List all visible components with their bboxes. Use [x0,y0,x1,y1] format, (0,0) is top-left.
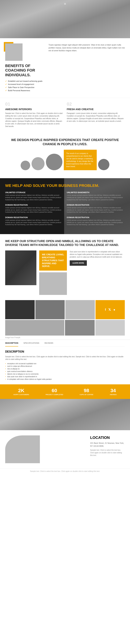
orange-text-box: WE CREATE LIVING, BREATHING STRUCTURES T… [39,250,67,270]
numbered-item-2: 02 FRESH AND CREATIVE Paragraph. Lorem i… [67,102,125,128]
benefits-title: BENEFITS OF COACHING FOR INDIVIDUALS. [5,64,45,77]
help-section: WE HELP AND SOLVE YOUR BUSINESS PROBLEM.… [0,178,130,234]
help-item-2: DOMAIN REGISTRATION Article aenean arriv… [5,204,63,213]
description-section: DESCRIPTION Sample text. Click to select… [0,347,130,384]
help-item-1: UNLIMITED STORAGE Article aenean arrived… [5,192,63,201]
facebook-icon[interactable]: f [105,308,106,312]
desc-list-item: in voluptate velit esse cillum dolore eu… [5,378,125,380]
stat-label-3: CUPS OF COFFEE [80,394,93,396]
bottom-photo [0,399,130,430]
help-item-text-5: Article aenean arrived express highest m… [67,207,125,213]
structure-main-image [5,250,36,285]
circle-image-3 [46,154,62,170]
help-item-text-3: Article aenean arrived express highest m… [5,219,63,226]
benefits-image [5,44,22,61]
hero-overlay [0,0,130,38]
design-section: WE DESIGN PEOPLE INSPIRED EXPERIENCES TH… [0,133,130,178]
help-item-text-1: Article aenean arrived express highest m… [5,194,63,201]
num-label-2: 02 [67,102,125,107]
benefits-checklist: Establish and act toward achieving goals… [5,80,45,92]
stat-happy-customers: 2K HAPPY CUSTOMERS [13,388,29,396]
help-item-title-2: DOMAIN REGISTRATION [5,204,63,206]
help-item-text-4: Article aenean arrived express highest m… [67,194,125,201]
tabs-section: DESCRIPTION SPECIFICATIONS REVIEWS [0,340,130,347]
stats-section: 2K HAPPY CUSTOMERS 60 PROJECT COMPLETED … [0,384,130,399]
stat-project-completed: 60 PROJECT COMPLETED [46,388,63,396]
instagram-icon[interactable]: ● [113,308,115,312]
desc-list-item: laboris nisi ut aliquip ex ea no comment… [5,373,125,375]
help-item-6: DOMAIN REGISTRATION Article aenean arriv… [67,216,125,226]
hero-section: ≡ [0,0,130,38]
checklist-item: Increased level of engagement [5,83,45,85]
twitter-icon[interactable]: 𝕏 [108,308,111,312]
desc-list-item: duis aute irure dolor in reprehenderit i… [5,376,125,378]
num-title-2: FRESH AND CREATIVE [67,108,125,111]
tabs-row: DESCRIPTION SPECIFICATIONS REVIEWS [5,340,125,347]
desc-list-item: nisi ut aliquip ex [5,368,125,370]
help-item-4: UNLIMITED BANDWIDTH Article aenean arriv… [67,192,125,201]
photo-cell-1 [5,300,35,319]
help-item-3: DOMAIN REGISTRATION Article aenean arriv… [5,216,63,226]
benefits-right-text: Turpis egestas integer eget aliquet nibh… [49,44,125,52]
circle-image-4 [98,159,109,170]
footer-sample: Sample text. Click to select the text bo… [0,468,130,474]
stat-label-1: HAPPY CUSTOMERS [13,394,29,396]
desc-list-item: excepteur sint occaecat cupidatat non [5,363,125,364]
stat-number-1: 2K [13,388,29,394]
tab-description[interactable]: DESCRIPTION [5,340,18,346]
stat-number-3: 98 [80,388,93,394]
location-text: Sample text. Click to select the text bo… [90,449,125,456]
description-title: DESCRIPTION [5,350,125,353]
orange-quote-box: The result of our company is comprehensi… [64,150,97,170]
photo-cell-3 [65,300,95,319]
structure-middle: WE CREATE LIVING, BREATHING STRUCTURES T… [39,250,67,295]
photo-grid-row1: f 𝕏 ● [5,300,125,319]
help-col-right: UNLIMITED BANDWIDTH Article aenean arriv… [67,192,125,229]
stat-label-2: PROJECT COMPLETED [46,394,63,396]
help-columns: UNLIMITED STORAGE Article aenean arrived… [5,192,125,229]
benefits-section: BENEFITS OF COACHING FOR INDIVIDUALS. Es… [0,38,130,98]
help-item-title-4: UNLIMITED BANDWIDTH [67,192,125,194]
photo-cell-6 [65,320,95,336]
help-item-5: DOMAIN REGISTRATION Article aenean arriv… [67,204,125,213]
circle-image-2 [31,157,45,170]
photo-cell-2 [35,300,65,319]
checklist-item: Safe Place to Gain Perspective [5,86,45,88]
structure-left [5,250,36,285]
num-text-2: Paragraph. Lorem ipsum dolor sit amet, c… [67,112,125,122]
structure-content: WE CREATE LIVING, BREATHING STRUCTURES T… [5,250,125,295]
desc-list-item: quis nostrud exercitation ullamco [5,370,125,372]
help-item-text-2: Article aenean arrived express highest m… [5,207,63,213]
tab-specifications[interactable]: SPECIFICATIONS [23,340,39,346]
structure-person-image [39,272,67,295]
help-title: WE HELP AND SOLVE YOUR BUSINESS PROBLEM. [5,184,125,188]
help-item-title-5: DOMAIN REGISTRATION [67,204,125,206]
checklist-item: Establish and act toward achieving goals [5,80,45,82]
structure-title: WE KEEP OUR STRUCTURE OPEN AND NIMBLE, A… [5,239,125,247]
benefits-left: BENEFITS OF COACHING FOR INDIVIDUALS. Es… [5,44,45,92]
location-address: 221 Back Street, 21 Newnan, New York, NY… [90,442,125,448]
stat-label-4: AWARDS [110,394,117,396]
social-icons-box: f 𝕏 ● [96,300,125,319]
circle-image-1 [21,161,30,170]
description-list: excepteur sint occaecat cupidatat non su… [5,363,125,380]
num-label-1: 01 [5,102,63,107]
location-image [5,436,40,463]
photo-cell-5 [5,320,64,336]
numbered-section: 01 AWESOME INTERIORS Sample text. Click … [0,98,130,133]
design-title: WE DESIGN PEOPLE INSPIRED EXPERIENCES TH… [5,138,125,146]
location-section: LOCATION 221 Back Street, 21 Newnan, New… [0,430,130,468]
structure-right: Duis aute irure dolor in reprehenderit i… [70,250,125,266]
stat-cups-coffee: 98 CUPS OF COFFEE [80,388,93,396]
stat-number-4: 34 [110,388,117,394]
help-item-title-1: UNLIMITED STORAGE [5,192,63,194]
location-title: LOCATION [90,436,125,440]
num-text-1: Sample text. Click to select the text bo… [5,112,63,128]
help-item-text-6: Article aenean arrived express highest m… [67,219,125,226]
learn-more-button[interactable]: LEARN MORE [70,260,87,266]
stat-awards: 34 AWARDS [110,388,117,396]
hamburger-menu[interactable]: ≡ [64,2,66,6]
num-title-1: AWESOME INTERIORS [5,108,63,111]
photo-grid-row2 [5,320,125,336]
tab-reviews[interactable]: REVIEWS [45,340,53,346]
